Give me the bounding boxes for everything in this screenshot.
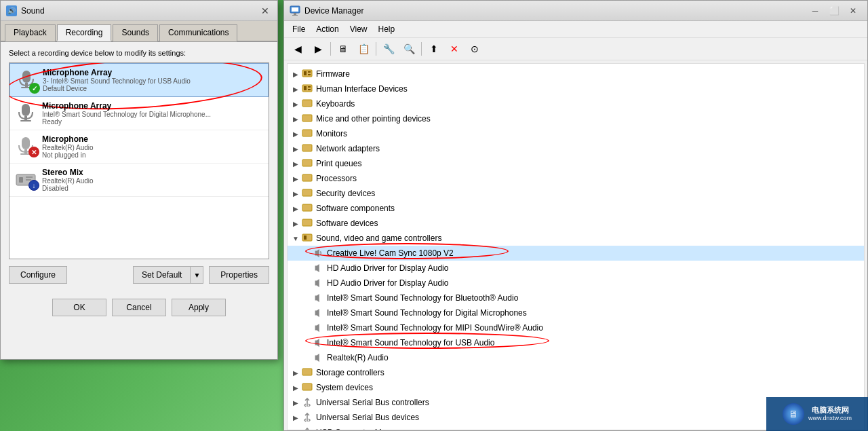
toolbar-computer[interactable]: 🖥 [334,40,353,58]
tree-item-hid[interactable]: ▶ Human Interface Devices [288,81,864,96]
device-item-1[interactable]: Microphone Array 3- Intel® Smart Sound T… [9,63,269,97]
ok-button[interactable]: OK [52,299,106,316]
expand-software-comp[interactable]: ▶ [290,203,301,214]
tree-item-firmware[interactable]: ▶ Firmware [288,67,864,81]
restore-button[interactable]: ⬜ [825,4,843,18]
svg-rect-18 [304,71,307,75]
devmgr-menubar: File Action View Help [284,21,867,38]
icon-hd2 [312,277,324,289]
sound-dialog: 🔊 Sound ✕ Playback Recording Sounds Comm… [0,0,278,360]
svg-rect-6 [22,137,30,149]
set-default-arrow[interactable]: ▼ [190,266,203,284]
icon-software-dev [301,217,313,229]
cancel-button[interactable]: Cancel [112,299,166,316]
label-security: Security devices [316,189,375,198]
expand-monitors[interactable]: ▶ [290,128,301,139]
label-hd1: HD Audio Driver for Display Audio [327,263,448,273]
expand-firmware[interactable]: ▶ [290,69,301,79]
tree-item-mice[interactable]: ▶ Mice and other pointing devices [288,111,864,126]
svg-rect-20 [308,74,311,75]
device-info-4: Stereo Mix Realtek(R) Audio Disabled [42,168,263,192]
label-monitors: Monitors [316,129,347,138]
toolbar-update[interactable]: ⬆ [425,40,443,58]
svg-rect-33 [302,219,312,226]
tree-item-realtek[interactable]: Realtek(R) Audio [288,350,864,365]
tree-item-creative[interactable]: Creative Live! Cam Sync 1080p V2 [288,246,864,261]
tree-item-network[interactable]: ▶ Network adapters [288,141,864,156]
expand-keyboards[interactable]: ▶ [290,98,301,109]
icon-network [301,143,313,155]
expand-usb-controllers[interactable]: ▶ [290,397,301,408]
device-desc-4: Realtek(R) Audio [42,177,263,185]
tab-recording[interactable]: Recording [57,24,112,41]
tree-item-print[interactable]: ▶ Print queues [288,156,864,171]
tree-item-software-comp[interactable]: ▶ Software components [288,201,864,216]
set-default-button[interactable]: Set Default [133,266,190,284]
expand-sound[interactable]: ▼ [290,233,301,244]
properties-button[interactable]: Properties [209,266,269,284]
device-item-2[interactable]: Microphone Array Intel® Smart Sound Tech… [9,97,269,130]
label-sound: Sound, video and game controllers [316,233,441,243]
icon-intel-mipi [312,322,324,334]
icon-system [301,381,313,394]
icon-intel-bt [312,292,324,304]
label-mice: Mice and other pointing devices [316,114,431,124]
svg-rect-14 [292,7,298,12]
expand-system[interactable]: ▶ [290,382,301,393]
expand-hid[interactable]: ▶ [290,83,301,94]
tree-item-intel-digital[interactable]: Intel® Smart Sound Technology for Digita… [288,305,864,320]
tree-item-security[interactable]: ▶ Security devices [288,186,864,201]
dialog-close-button[interactable]: ✕ [258,4,272,18]
toolbar-disable[interactable]: ⊙ [465,40,484,58]
expand-processors[interactable]: ▶ [290,173,301,184]
apply-button[interactable]: Apply [172,299,226,316]
tree-item-processors[interactable]: ▶ Processors [288,171,864,186]
toolbar-scan[interactable]: 🔍 [399,40,418,58]
tree-item-hd2[interactable]: HD Audio Driver for Display Audio [288,276,864,291]
tree-item-intel-bt[interactable]: Intel® Smart Sound Technology for Blueto… [288,291,864,305]
tree-item-intel-mipi[interactable]: Intel® Smart Sound Technology for MIPI S… [288,320,864,335]
label-processors: Processors [316,174,357,183]
tree-item-keyboards[interactable]: ▶ Keyboards [288,96,864,111]
toolbar-back[interactable]: ◀ [288,40,307,58]
status-badge-blue: ↓ [28,180,39,191]
expand-usb-connector[interactable]: ▶ [290,427,301,430]
svg-rect-10 [19,177,23,183]
expand-software-dev[interactable]: ▶ [290,218,301,229]
tree-item-software-dev[interactable]: ▶ Software devices [288,216,864,231]
toolbar-uninstall[interactable]: ✕ [445,40,464,58]
label-keyboards: Keyboards [316,99,355,109]
tree-item-intel-usb[interactable]: Intel® Smart Sound Technology for USB Au… [288,335,864,350]
menu-help[interactable]: Help [373,22,401,36]
tree-item-monitors[interactable]: ▶ Monitors [288,126,864,141]
device-manager-window: Device Manager ─ ⬜ ✕ File Action View He… [283,0,868,431]
svg-rect-3 [22,104,30,116]
toolbar-view[interactable]: 📋 [354,40,373,58]
device-item-4[interactable]: Stereo Mix Realtek(R) Audio Disabled ↓ [9,164,269,197]
toolbar-forward[interactable]: ▶ [309,40,328,58]
tree-item-system[interactable]: ▶ System devices [288,380,864,395]
menu-action[interactable]: Action [311,22,344,36]
expand-usb-devices[interactable]: ▶ [290,412,301,423]
tree-item-hd1[interactable]: HD Audio Driver for Display Audio [288,261,864,276]
expand-security[interactable]: ▶ [290,188,301,199]
device-item-3[interactable]: Microphone Realtek(R) Audio Not plugged … [9,130,269,164]
device-name-3: Microphone [42,134,263,144]
expand-network[interactable]: ▶ [290,143,301,154]
menu-view[interactable]: View [344,22,373,36]
expand-mice[interactable]: ▶ [290,113,301,124]
tree-item-storage[interactable]: ▶ Storage controllers [288,365,864,380]
tree-item-sound[interactable]: ▼ Sound, video and game controllers [288,231,864,246]
tab-communications[interactable]: Communications [159,24,237,41]
close-button[interactable]: ✕ [844,4,862,18]
svg-rect-27 [302,130,312,136]
tab-sounds[interactable]: Sounds [113,24,158,41]
menu-file[interactable]: File [287,22,311,36]
window-controls: ─ ⬜ ✕ [806,4,862,18]
configure-button[interactable]: Configure [9,266,67,284]
tab-playback[interactable]: Playback [5,24,56,41]
toolbar-properties[interactable]: 🔧 [379,40,398,58]
expand-print[interactable]: ▶ [290,158,301,169]
expand-storage[interactable]: ▶ [290,367,301,378]
minimize-button[interactable]: ─ [806,4,824,18]
